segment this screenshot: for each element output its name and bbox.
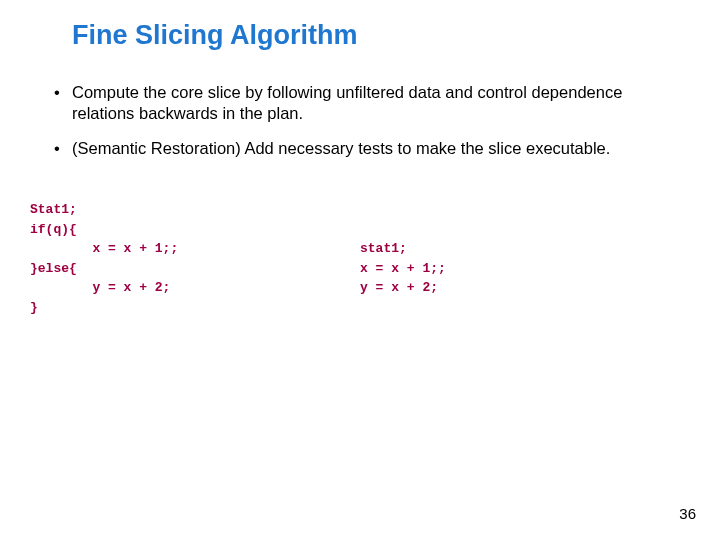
code-line: Stat1;	[30, 202, 77, 217]
slide: Fine Slicing Algorithm • Compute the cor…	[0, 0, 720, 540]
code-line: }	[30, 300, 38, 315]
bullet-item: • Compute the core slice by following un…	[54, 82, 680, 124]
code-block-right: stat1; x = x + 1;; y = x + 2;	[360, 200, 446, 298]
bullet-text: Compute the core slice by following unfi…	[72, 82, 680, 124]
code-line: stat1;	[360, 241, 407, 256]
code-block-left: Stat1; if(q){ x = x + 1;; }else{ y = x +…	[30, 200, 360, 317]
code-line: if(q){	[30, 222, 77, 237]
bullet-list: • Compute the core slice by following un…	[54, 82, 680, 173]
bullet-dot-icon: •	[54, 82, 72, 124]
code-line: y = x + 2;	[360, 280, 438, 295]
bullet-text: (Semantic Restoration) Add necessary tes…	[72, 138, 680, 159]
bullet-item: • (Semantic Restoration) Add necessary t…	[54, 138, 680, 159]
bullet-dot-icon: •	[54, 138, 72, 159]
code-line: x = x + 1;;	[360, 261, 446, 276]
code-line: }else{	[30, 261, 77, 276]
code-line: x = x + 1;;	[30, 241, 178, 256]
page-number: 36	[679, 505, 696, 522]
slide-title: Fine Slicing Algorithm	[72, 20, 358, 51]
code-line: y = x + 2;	[30, 280, 170, 295]
code-area: Stat1; if(q){ x = x + 1;; }else{ y = x +…	[30, 200, 690, 317]
